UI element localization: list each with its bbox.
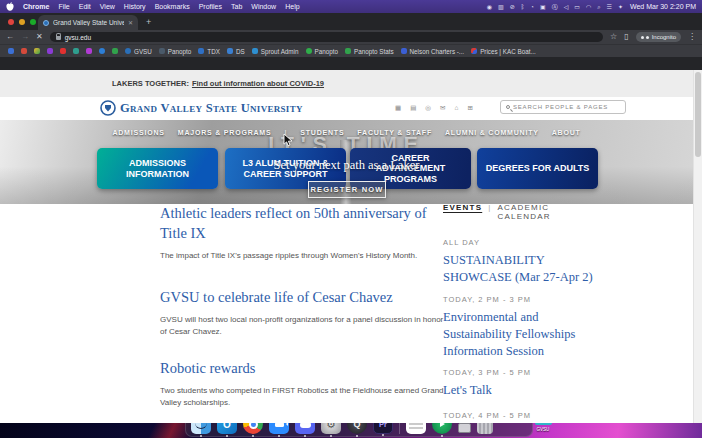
browser-window: Grand Valley State University ✕ + ← → ✕ … bbox=[0, 13, 702, 410]
bookmark-panopto[interactable]: Panopto bbox=[159, 48, 191, 55]
event-link-lets-talk[interactable]: Let's Talk bbox=[443, 382, 603, 399]
bookmark-favicon[interactable] bbox=[8, 48, 14, 54]
bookmark-favicon[interactable] bbox=[99, 48, 105, 54]
bookmark-gvsu[interactable]: GVSU bbox=[125, 48, 152, 55]
close-window-button[interactable] bbox=[8, 19, 14, 25]
incognito-icon bbox=[641, 36, 649, 39]
menubar-status-icons: ◉ ▥ ⊘ ᛒ ◔ ▣ Ⓐ ◁ ▭ ◠ ⌕ ☰ ✦ bbox=[487, 4, 623, 10]
tab-favicon bbox=[43, 20, 49, 26]
site-security-icon[interactable] bbox=[56, 36, 61, 40]
menu-view[interactable]: View bbox=[100, 3, 115, 10]
tab-events[interactable]: EVENTS bbox=[443, 203, 482, 212]
do-not-disturb-icon[interactable]: ⊘ bbox=[510, 4, 515, 10]
register-now-button[interactable]: REGISTER NOW bbox=[308, 181, 386, 198]
news-title-title-ix[interactable]: Athletic leaders reflect on 50th anniver… bbox=[160, 203, 446, 243]
screen-record-icon[interactable]: ◉ bbox=[487, 4, 492, 10]
bookmark-ds[interactable]: DS bbox=[227, 48, 245, 55]
address-bar[interactable]: gvsu.edu bbox=[50, 32, 603, 42]
page-scrollbar[interactable] bbox=[693, 70, 702, 423]
gvsu-logo[interactable]: Grand Valley State University bbox=[100, 100, 303, 116]
menu-window[interactable]: Window bbox=[251, 3, 276, 10]
event-link-sustainability[interactable]: SUSTAINABILITY SHOWCASE (Mar 27-Apr 2) bbox=[443, 252, 603, 286]
map-pin-icon[interactable]: ◎ bbox=[425, 104, 431, 112]
library-icon[interactable]: ⌂ bbox=[454, 104, 458, 112]
news-title-cesar-chavez[interactable]: GVSU to celebrate life of Cesar Chavez bbox=[160, 287, 446, 307]
bookmark-panopto-2[interactable]: Panopto bbox=[306, 48, 338, 55]
bookmark-favicon[interactable] bbox=[112, 48, 118, 54]
covid-info-link[interactable]: Find out information about COVID-19 bbox=[192, 79, 324, 88]
tab-close-icon[interactable]: ✕ bbox=[128, 19, 133, 26]
tab-bar: Grand Valley State University ✕ + bbox=[0, 13, 702, 30]
menu-profiles[interactable]: Profiles bbox=[199, 3, 222, 10]
video-icon[interactable]: ▤ bbox=[410, 104, 416, 112]
bookmark-favicon[interactable] bbox=[86, 48, 92, 54]
news-column: Athletic leaders reflect on 50th anniver… bbox=[160, 203, 446, 423]
news-body: GVSU will host two local non-profit orga… bbox=[160, 314, 446, 338]
bookmark-favicon[interactable] bbox=[21, 48, 27, 54]
menu-bookmarks[interactable]: Bookmarks bbox=[155, 3, 190, 10]
degrees-for-adults-button[interactable]: DEGREES FOR ADULTS bbox=[477, 148, 598, 189]
bookmark-favicon[interactable] bbox=[73, 48, 79, 54]
admissions-information-button[interactable]: ADMISSIONS INFORMATION bbox=[97, 148, 218, 189]
bookmark-favicon[interactable] bbox=[47, 48, 53, 54]
site-search[interactable] bbox=[500, 100, 626, 114]
security-icon[interactable]: ▣ bbox=[540, 4, 546, 10]
incognito-badge: Incognito bbox=[636, 32, 681, 42]
control-center-icon[interactable]: ☰ bbox=[607, 4, 612, 10]
event-link-fellowships[interactable]: Environmental and Sustainability Fellows… bbox=[443, 309, 603, 360]
mouse-cursor bbox=[283, 133, 293, 151]
camera-icon[interactable]: ▭ bbox=[574, 4, 580, 10]
bookmark-panopto-stats[interactable]: Panopto Stats bbox=[345, 48, 394, 55]
browser-menu-icon[interactable]: ⋮ bbox=[688, 33, 696, 41]
side-panel-icon[interactable]: ▯ bbox=[624, 33, 628, 41]
zoom-window-button[interactable] bbox=[30, 19, 36, 25]
gvsu-logo-text: Grand Valley State University bbox=[120, 101, 303, 116]
macos-menubar: Chrome File Edit View History Bookmarks … bbox=[0, 0, 702, 13]
site-header: Grand Valley State University ▦ ▤ ◎ ✉ ⌂ … bbox=[0, 97, 693, 120]
display-mirroring-icon[interactable]: ▥ bbox=[498, 4, 504, 10]
events-column: EVENTS | ACADEMIC CALENDAR ALL DAY SUSTA… bbox=[443, 203, 603, 423]
volume-icon[interactable]: ◁ bbox=[564, 4, 569, 10]
event-time: TODAY, 4 PM - 5 PM bbox=[443, 411, 603, 420]
menu-help[interactable]: Help bbox=[285, 3, 299, 10]
bookmark-star-icon[interactable]: ☆ bbox=[610, 33, 617, 41]
news-title-robotic-rewards[interactable]: Robotic rewards bbox=[160, 358, 446, 378]
browser-toolbar: ← → ✕ gvsu.edu ☆ ▯ Incognito ⋮ bbox=[0, 30, 702, 44]
menubar-clock[interactable]: Wed Mar 30 2:20 PM bbox=[630, 3, 696, 10]
bookmark-tdx[interactable]: TDX bbox=[198, 48, 220, 55]
apple-menu-icon[interactable] bbox=[6, 2, 14, 11]
email-icon[interactable]: ✉ bbox=[440, 104, 445, 112]
search-input[interactable] bbox=[513, 104, 620, 110]
menu-tab[interactable]: Tab bbox=[231, 3, 242, 10]
menu-file[interactable]: File bbox=[58, 3, 69, 10]
bookmark-nelson-charters[interactable]: Nelson Charters -... bbox=[401, 48, 465, 55]
bluetooth-icon[interactable]: ᛒ bbox=[521, 4, 525, 10]
browser-tab[interactable]: Grand Valley State University ✕ bbox=[38, 15, 138, 30]
menu-chrome[interactable]: Chrome bbox=[23, 3, 49, 10]
scrollbar-thumb[interactable] bbox=[695, 72, 701, 157]
bookmark-prices-kac[interactable]: Prices | KAC Boat... bbox=[471, 48, 536, 55]
back-icon[interactable]: ← bbox=[6, 33, 14, 41]
minimized-window-thumbnail[interactable] bbox=[458, 423, 471, 433]
wifi-icon[interactable]: ◠ bbox=[586, 4, 591, 10]
tab-title: Grand Valley State University bbox=[53, 19, 124, 26]
menu-history[interactable]: History bbox=[124, 3, 146, 10]
tab-academic-calendar[interactable]: ACADEMIC CALENDAR bbox=[498, 203, 604, 221]
stop-reload-icon[interactable]: ✕ bbox=[36, 33, 43, 41]
new-tab-button[interactable]: + bbox=[146, 15, 151, 30]
clock-icon[interactable]: ◔ bbox=[530, 4, 534, 10]
desktop-icon-label: GVSU bbox=[531, 427, 555, 432]
bookmark-sprout-admin[interactable]: Sprout Admin bbox=[252, 48, 299, 55]
spotlight-icon[interactable]: ⌕ bbox=[597, 4, 600, 10]
bookmark-favicon[interactable] bbox=[60, 48, 66, 54]
incognito-label: Incognito bbox=[652, 34, 676, 40]
menu-edit[interactable]: Edit bbox=[79, 3, 91, 10]
calendar-icon[interactable]: ▦ bbox=[395, 104, 401, 112]
window-controls bbox=[8, 19, 36, 25]
more-apps-icon[interactable]: ⊞ bbox=[467, 104, 472, 112]
keyboard-input-icon[interactable]: Ⓐ bbox=[552, 4, 558, 10]
bookmark-favicon[interactable] bbox=[34, 48, 40, 54]
siri-icon[interactable]: ✦ bbox=[618, 4, 623, 10]
minimize-window-button[interactable] bbox=[19, 19, 25, 25]
forward-icon[interactable]: → bbox=[21, 33, 29, 41]
